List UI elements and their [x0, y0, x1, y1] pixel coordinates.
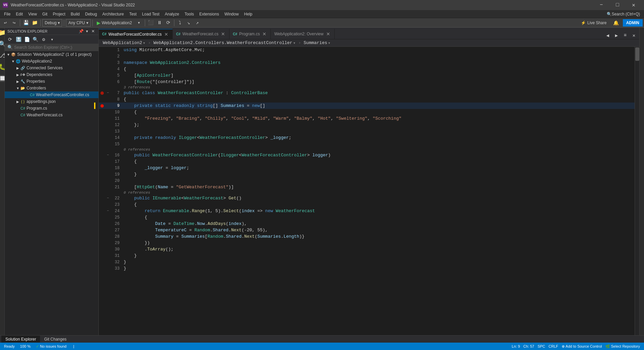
status-crlf[interactable]: CRLF [547, 343, 560, 350]
status-ready[interactable]: Ready [3, 343, 16, 350]
add-to-source-control[interactable]: ⊕ Add to Source Control [560, 343, 603, 350]
minimize-button[interactable]: − [594, 0, 609, 10]
editor-scrollbar[interactable] [635, 47, 639, 335]
menu-git[interactable]: Git [40, 10, 50, 18]
close-button[interactable]: ✕ [626, 0, 641, 10]
panel-close-btn[interactable]: ✕ [90, 29, 96, 34]
toolbar-sep6 [174, 20, 174, 26]
toolbar-saveall[interactable]: 📁 [31, 19, 39, 27]
tab-list-button[interactable]: ≡ [621, 32, 629, 39]
tree-properties[interactable]: ▶ 🔧 Properties [5, 78, 98, 85]
admin-button[interactable]: ADMIN [623, 19, 643, 27]
explorer-search-box[interactable]: 🔍 [5, 44, 98, 51]
weatherforecast-label: WeatherForecast.cs [27, 113, 62, 117]
tab-close-2[interactable]: ✕ [220, 31, 226, 37]
toolbar-btn3[interactable]: ⟳ [164, 19, 172, 27]
editor-close-btn[interactable]: ✕ [630, 32, 638, 39]
window-controls[interactable]: − □ ✕ [594, 0, 641, 10]
explorer-tb-1[interactable]: ⟳ [6, 36, 14, 43]
code-editor[interactable]: 1 2 3 4 [99, 47, 639, 335]
code-content[interactable]: using Microsoft.AspNetCore.Mvc; namespac… [122, 47, 635, 335]
explorer-tb-3[interactable]: 📄 [23, 36, 31, 43]
panel-pin-btn[interactable]: 📌 [78, 29, 84, 34]
window-title: WeatherForecastController.cs - WebApplic… [11, 3, 135, 7]
panel-chevron-btn[interactable]: ▾ [84, 29, 90, 34]
tab-close-4[interactable]: ✕ [326, 31, 331, 37]
toolbar-stepout[interactable]: ↗ [194, 19, 202, 27]
menu-analyze[interactable]: Analyze [162, 10, 182, 18]
nav-member-dropdown[interactable]: Summaries ▾ [302, 40, 332, 46]
status-ln[interactable]: Ln: 9 [510, 343, 521, 350]
maximize-button[interactable]: □ [610, 0, 625, 10]
menu-test[interactable]: Test [127, 10, 139, 18]
share-icon: ⚡ [581, 21, 586, 25]
toolbar-btn2[interactable]: ⏸ [156, 19, 164, 27]
gutter-row: − 7 [99, 90, 122, 96]
menu-architecture[interactable]: Architecture [100, 10, 127, 18]
tab-weathercontroller[interactable]: C# WeatherForecastController.cs ✕ [99, 29, 173, 39]
menu-extensions[interactable]: Extensions [197, 10, 222, 18]
toolbar-stepin[interactable]: ↘ [185, 19, 193, 27]
tree-project[interactable]: ▼ 🌐 WebApplication2 [5, 58, 98, 65]
gutter-row: 29 [99, 240, 122, 246]
tab-close-active[interactable]: ✕ [164, 32, 169, 37]
platform-dropdown[interactable]: Any CPU ▾ [66, 19, 90, 27]
search-input[interactable] [14, 45, 81, 50]
nav-namespace-dropdown[interactable]: WebApplication2.Controllers.WeatherForec… [152, 40, 297, 46]
tree-weatherforecast[interactable]: C# WeatherForecast.cs [5, 112, 98, 118]
toolbar-undo[interactable]: ↩ [1, 19, 9, 27]
menu-debug[interactable]: Debug [82, 10, 99, 18]
code-line-13 [122, 128, 635, 134]
menu-loadtest[interactable]: Load Test [139, 10, 162, 18]
menu-project[interactable]: Project [50, 10, 68, 18]
toolbar-run-arrow[interactable]: ▾ [135, 19, 143, 27]
menu-view[interactable]: View [26, 10, 40, 18]
code-line-18: _logger = logger; [122, 165, 635, 171]
tree-solution[interactable]: ▼ 📦 Solution 'WebApplication2' (1 of 1 p… [5, 51, 98, 58]
code-line-30: .ToArray(); [122, 246, 635, 252]
tree-dependencies[interactable]: ▶ #❖ Dependencies [5, 71, 98, 78]
status-zoom[interactable]: 100 % [19, 343, 32, 350]
toolbar-redo[interactable]: ↪ [10, 19, 18, 27]
status-ch[interactable]: Ch: 57 [522, 343, 535, 350]
tab-program[interactable]: C# Program.cs ✕ [229, 29, 271, 39]
tab-scroll-left[interactable]: ◀ [604, 32, 612, 39]
notifications-icon[interactable]: 🔔 [612, 19, 620, 27]
explorer-tb-6[interactable]: ▾ [48, 36, 56, 43]
live-share-button[interactable]: ⚡ Live Share [578, 20, 609, 26]
status-spc[interactable]: SPC [536, 343, 547, 350]
menu-help[interactable]: Help [242, 10, 255, 18]
tree-connected-services[interactable]: ▶ 🔗 Connected Services [5, 65, 98, 71]
toolbar-btn1[interactable]: ⬛ [147, 19, 155, 27]
tab-scroll-right[interactable]: ▶ [612, 32, 620, 39]
tree-controllers-folder[interactable]: ▼ 📂 Controllers [5, 85, 98, 91]
nav-project-dropdown[interactable]: WebApplication2 ▾ [101, 40, 147, 46]
explorer-tb-2[interactable]: 🔝 [14, 36, 23, 43]
bottom-tab-solution-explorer[interactable]: Solution Explorer [1, 336, 40, 343]
status-ready-label: Ready [4, 344, 15, 348]
menu-build[interactable]: Build [68, 10, 83, 18]
bottom-tab-git-changes[interactable]: Git Changes [40, 336, 71, 343]
explorer-tb-4[interactable]: 🔍 [31, 36, 39, 43]
toolbar-stepover[interactable]: ⤵ [176, 19, 184, 27]
select-repository[interactable]: 🌿 Select Repository [604, 343, 641, 350]
explorer-tb-5[interactable]: ⚙ [40, 36, 48, 43]
menu-window[interactable]: Window [222, 10, 242, 18]
tab-weatherforecast[interactable]: C# WeatherForecast.cs ✕ [173, 29, 229, 39]
run-button[interactable]: ▶ WebApplication2 [94, 19, 134, 27]
repo-icon: 🌿 [605, 344, 610, 349]
menu-search[interactable]: 🔍 Search (Ctrl+Q) [607, 12, 643, 16]
debug-config-dropdown[interactable]: Debug ▾ [42, 19, 62, 27]
toolbar-save[interactable]: 💾 [22, 19, 30, 27]
menu-edit[interactable]: Edit [13, 10, 26, 18]
tree-program[interactable]: C# Program.cs [5, 105, 98, 112]
tab-overview[interactable]: WebApplication2: Overview ✕ [271, 29, 335, 39]
tab-close-3[interactable]: ✕ [262, 31, 267, 37]
status-issues[interactable]: ✓ No issues found [35, 343, 68, 350]
scrollbar-thumb[interactable] [635, 47, 639, 61]
menu-file[interactable]: File [1, 10, 13, 18]
tree-weathercontroller-file[interactable]: C# WeatherForecastController.cs [5, 91, 98, 98]
cs-tab-icon2: C# [176, 32, 180, 36]
menu-tools[interactable]: Tools [182, 10, 197, 18]
tree-appsettings[interactable]: ▶ { } appsettings.json [5, 98, 98, 105]
